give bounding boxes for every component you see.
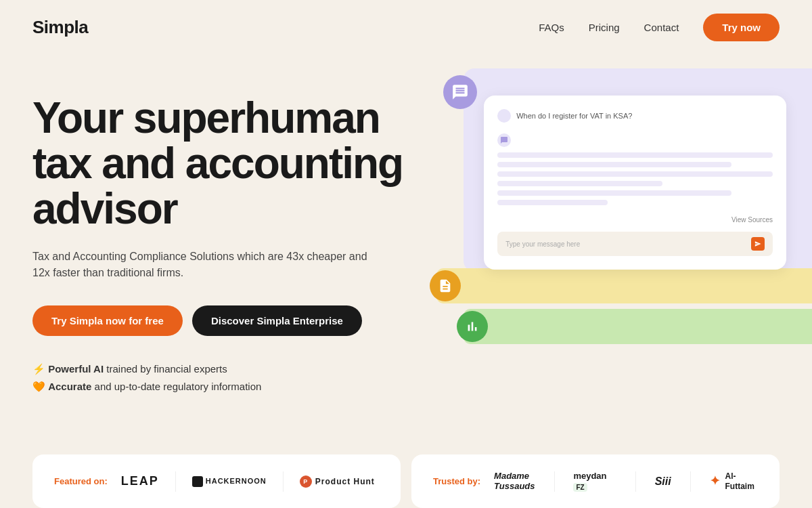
divider-2	[283, 471, 284, 492]
chat-svg-icon	[451, 83, 469, 101]
nav-faqs[interactable]: FAQs	[539, 22, 564, 33]
siii-logo: Siii	[655, 475, 671, 488]
navbar: Simpla FAQs Pricing Contact Try now	[0, 0, 812, 55]
send-icon	[754, 240, 761, 247]
chart-icon	[457, 311, 488, 342]
chat-line-2	[497, 162, 731, 167]
divider-3	[554, 471, 555, 492]
chat-question-text: When do I register for VAT in KSA?	[516, 112, 632, 120]
enterprise-button[interactable]: Discover Simpla Enterprise	[192, 305, 362, 336]
al-futtaim-logo: ✦ Al-Futtaim	[710, 471, 758, 491]
nav-pricing[interactable]: Pricing	[589, 22, 620, 33]
trusted-logos: MadameTussauds meydan FZ Siii ✦ Al-Futta…	[494, 471, 758, 492]
chat-send-button[interactable]	[751, 237, 765, 251]
hero-section: Your superhuman tax and accounting advis…	[0, 55, 812, 434]
chat-bubble-icon	[443, 75, 477, 109]
heart-icon: 🧡	[32, 381, 45, 392]
hackernoon-icon	[192, 476, 203, 487]
feature-ai-text: trained by financial experts	[106, 363, 227, 375]
feature-ai-bold: Powerful AI	[48, 363, 104, 375]
hero-illustration: When do I register for VAT in KSA? View …	[443, 68, 780, 360]
chat-line-1	[497, 152, 773, 158]
feature-accurate: 🧡 Accurate and up-to-date regulatory inf…	[32, 381, 443, 393]
hero-heading: Your superhuman tax and accounting advis…	[32, 96, 443, 232]
featured-label: Featured on:	[54, 476, 108, 486]
chat-response-icon	[497, 133, 511, 147]
chat-card: When do I register for VAT in KSA? View …	[484, 96, 786, 270]
chat-response-lines	[497, 152, 773, 205]
hero-subheading: Tax and Accounting Compliance Solutions …	[32, 249, 371, 281]
hero-buttons: Try Simpla now for free Discover Simpla …	[32, 305, 443, 336]
document-icon	[430, 270, 461, 301]
chart-svg-icon	[465, 319, 480, 334]
chat-line-5	[497, 190, 731, 196]
featured-logos: LEAP HACKERNOON P Product Hunt	[121, 471, 375, 492]
trusted-label: Trusted by:	[433, 476, 480, 486]
green-stripe	[464, 309, 812, 344]
feature-accurate-text: and up-to-date regulatory information	[95, 381, 262, 392]
view-sources[interactable]: View Sources	[497, 216, 773, 224]
chat-input-row: Type your message here	[497, 232, 773, 256]
try-free-button[interactable]: Try Simpla now for free	[32, 305, 183, 336]
nav-links: FAQs Pricing Contact Try now	[539, 14, 780, 41]
chat-line-6	[497, 200, 608, 205]
nav-contact[interactable]: Contact	[644, 22, 679, 33]
divider-4	[635, 471, 636, 492]
chat-line-4	[497, 181, 662, 186]
feature-ai: ⚡ Powerful AI trained by financial exper…	[32, 363, 443, 375]
try-now-button[interactable]: Try now	[703, 14, 780, 41]
leap-logo: LEAP	[121, 474, 159, 488]
trusted-card: Trusted by: MadameTussauds meydan FZ Sii…	[411, 454, 780, 508]
chat-line-3	[497, 171, 773, 177]
feature-accurate-bold: Accurate	[48, 381, 91, 392]
yellow-stripe	[436, 268, 812, 303]
chat-question-row: When do I register for VAT in KSA?	[497, 109, 773, 123]
hero-left: Your superhuman tax and accounting advis…	[32, 75, 443, 393]
chat-input-placeholder[interactable]: Type your message here	[505, 240, 746, 248]
hackernoon-logo: HACKERNOON	[192, 476, 267, 487]
ph-circle-icon: P	[300, 475, 312, 488]
featured-card: Featured on: LEAP HACKERNOON P Product H…	[32, 454, 401, 508]
product-hunt-logo: P Product Hunt	[300, 475, 375, 488]
divider-5	[690, 471, 691, 492]
brand-logo[interactable]: Simpla	[32, 17, 88, 38]
chat-avatar	[497, 109, 511, 123]
response-svg	[500, 136, 508, 144]
madame-tussauds-logo: MadameTussauds	[494, 471, 535, 491]
meydan-logo: meydan FZ	[573, 471, 616, 492]
divider-1	[175, 471, 176, 492]
bottom-strip: Featured on: LEAP HACKERNOON P Product H…	[32, 454, 780, 508]
hero-features: ⚡ Powerful AI trained by financial exper…	[32, 363, 443, 393]
lightning-icon: ⚡	[32, 363, 45, 375]
doc-svg-icon	[438, 278, 453, 293]
